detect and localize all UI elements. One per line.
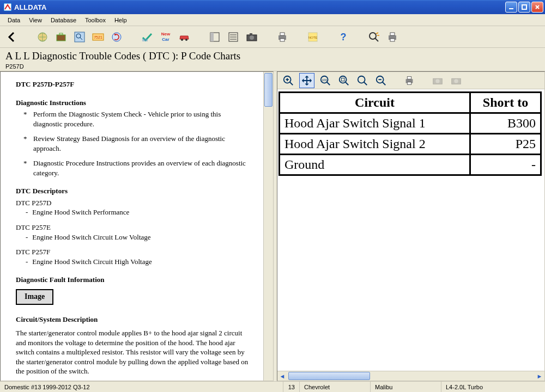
find-icon[interactable] [366,29,382,45]
scroll-left-arrow[interactable]: ◄ [277,371,287,381]
titlebar: ALLDATA [0,0,545,14]
svg-point-14 [181,39,183,41]
back-button[interactable] [4,29,20,45]
page-title: A L L Diagnostic Trouble Codes ( DTC ): … [5,50,540,62]
menu-database[interactable]: Database [46,16,81,24]
horizontal-scrollbar[interactable]: ◄ ► [277,371,544,381]
maximize-button[interactable] [518,2,530,13]
pan-icon[interactable] [299,73,314,88]
svg-rect-21 [250,33,252,35]
svg-rect-30 [390,33,395,35]
layout-2-icon[interactable] [226,29,241,45]
table-row: Hood Ajar Switch Signal 1 B300 [280,113,541,134]
check-icon[interactable] [140,29,155,45]
zoom-100-icon[interactable]: 100 [318,73,333,88]
briefcase-icon[interactable] [53,29,69,45]
dtc-desc: Engine Hood Switch Circuit High Voltage [32,257,152,267]
camera-2-icon [449,73,464,88]
print-icon[interactable] [275,29,290,45]
table-header: Circuit [280,93,470,113]
window-title: ALLDATA [14,3,46,11]
svg-rect-4 [57,35,65,41]
header-area: A L L Diagnostic Trouble Codes ( DTC ): … [0,48,545,71]
minimize-button[interactable] [505,2,517,13]
camera-icon[interactable] [244,29,259,45]
svg-rect-31 [390,39,395,41]
status-number: 13 [283,382,300,392]
table-cell: Hood Ajar Switch Signal 2 [280,134,470,155]
table-cell: - [470,155,541,175]
dtc-desc: Engine Hood Switch Circuit Low Voltage [32,232,150,242]
camera-1-icon [430,73,445,88]
svg-rect-24 [280,39,284,41]
page-subtitle: P257D [5,63,540,70]
menu-toolbox[interactable]: Toolbox [81,16,110,24]
svg-rect-41 [407,82,411,84]
zoom-in-icon[interactable] [281,73,296,88]
svg-text:New: New [161,32,171,36]
svg-text:100: 100 [322,78,327,81]
image-view[interactable]: Circuit Short to Hood Ajar Switch Signal… [277,89,544,371]
table-row: Ground - [280,155,541,175]
circuit-paragraph: The starter/generator control module app… [16,328,251,376]
search-tool-icon[interactable] [72,29,87,45]
menubar: Data View Database Toolbox Help [0,14,545,26]
menu-view[interactable]: View [25,16,46,24]
heading-fault-info: Diagnostic Fault Information [16,275,251,285]
dtc-desc: Engine Hood Switch Performance [32,207,129,217]
menu-data[interactable]: Data [3,16,25,24]
dtc-code-icon[interactable]: 7521 [90,29,106,45]
svg-point-43 [435,79,439,83]
image-button[interactable]: Image [16,289,53,305]
svg-text:NOTE: NOTE [308,36,318,39]
main-toolbar: 7521 NewCar NOTE ? [0,26,545,48]
zoom-fit-icon[interactable] [336,73,352,88]
table-row: Hood Ajar Switch Signal 2 P25 [280,134,541,155]
layout-1-icon[interactable] [207,29,222,45]
svg-point-15 [185,39,187,41]
svg-point-45 [454,79,458,83]
print-image-icon[interactable] [402,73,417,88]
help-icon[interactable]: ? [336,29,351,45]
svg-point-20 [250,35,254,40]
svg-rect-6 [75,32,84,42]
zoom-icon[interactable] [355,73,370,88]
svg-rect-40 [407,76,411,79]
circuit-table: Circuit Short to Hood Ajar Switch Signal… [278,91,542,176]
note-icon[interactable]: NOTE [305,29,320,45]
image-pane: 100 Circuit Short to Hood Ajar Switch Si… [277,71,545,381]
heading-diag-instr: Diagnostic Instructions [16,98,251,108]
car-icon[interactable] [177,29,192,45]
svg-rect-36 [341,78,344,81]
zoom-out-icon[interactable] [373,73,389,88]
split-container: DTC P257D-P257F Diagnostic Instructions … [0,71,545,381]
bullet-text: Perform the Diagnostic System Check - Ve… [33,109,251,128]
app-icon [3,3,12,11]
hscroll-thumb[interactable] [288,372,370,380]
vertical-scrollbar[interactable] [263,72,273,381]
dtc-code: DTC P257D [16,198,251,208]
table-header: Short to [470,93,541,113]
refresh-icon[interactable] [109,29,124,45]
table-cell: Ground [280,155,470,175]
svg-text:7521: 7521 [94,35,102,39]
dtc-code: DTC P257F [16,247,251,257]
globe-icon[interactable] [35,29,50,45]
close-button[interactable] [531,2,543,13]
svg-rect-2 [522,5,526,9]
dtc-code: DTC P257E [16,223,251,232]
scroll-right-arrow[interactable]: ► [535,371,544,381]
status-model: Malibu [371,382,441,392]
print2-icon[interactable] [385,29,400,45]
svg-point-37 [358,76,365,83]
svg-rect-23 [280,33,284,35]
scrollbar-thumb[interactable] [264,73,272,107]
bullet-text: Review Strategy Based Diagnosis for an o… [33,134,251,153]
menu-help[interactable]: Help [110,16,131,24]
table-cell: P25 [470,134,541,155]
image-toolbar: 100 [277,72,544,89]
svg-rect-11 [142,39,148,41]
new-car-icon[interactable]: NewCar [158,29,173,45]
table-cell: Hood Ajar Switch Signal 1 [280,113,470,134]
article-content: DTC P257D-P257F Diagnostic Instructions … [1,72,263,381]
